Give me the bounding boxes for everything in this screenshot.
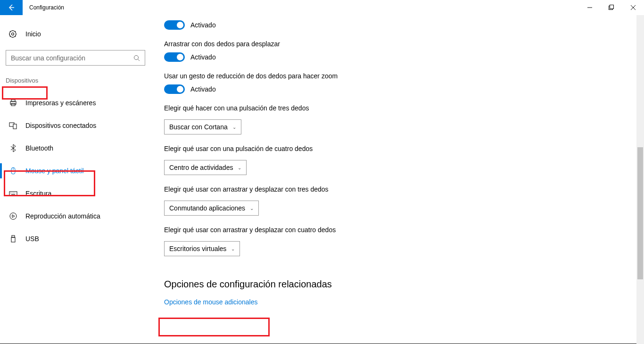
svg-rect-9 — [13, 124, 17, 129]
main-content: Usar una pulsación de dos dedos para cli… — [151, 15, 644, 344]
search-input[interactable] — [11, 54, 133, 62]
setting-label: Elegir qué usar con arrastrar y desplaza… — [164, 185, 635, 193]
sidebar-item-label: Mouse y panel táctil — [25, 167, 84, 175]
maximize-button[interactable] — [601, 0, 622, 15]
toggle-pinch-zoom[interactable] — [164, 84, 185, 94]
dropdown-three-finger-drag[interactable]: Conmutando aplicaciones ⌄ — [164, 201, 259, 216]
sidebar: Inicio Dispositivos Impresoras y escáner… — [0, 15, 151, 344]
sidebar-item-label: USB — [25, 235, 39, 243]
svg-rect-13 — [12, 235, 15, 237]
related-heading: Opciones de configuración relacionadas — [164, 279, 635, 290]
close-button[interactable] — [622, 0, 644, 15]
dropdown-four-finger-drag[interactable]: Escritorios virtuales ⌄ — [164, 241, 240, 256]
window-title: Configuración — [29, 4, 64, 11]
minimize-icon — [587, 5, 592, 10]
dropdown-value: Conmutando aplicaciones — [169, 204, 245, 212]
close-icon — [631, 5, 636, 10]
dropdown-three-finger-tap[interactable]: Buscar con Cortana ⌄ — [164, 119, 241, 134]
svg-rect-6 — [11, 100, 15, 101]
sidebar-item-mouse[interactable]: Mouse y panel táctil — [0, 160, 151, 181]
svg-rect-11 — [9, 192, 17, 196]
svg-point-3 — [12, 33, 14, 35]
titlebar: Configuración — [0, 0, 644, 15]
sidebar-item-label: Impresoras y escáneres — [25, 99, 96, 107]
svg-point-12 — [10, 213, 17, 219]
dropdown-four-finger-tap[interactable]: Centro de actividades ⌄ — [164, 160, 247, 175]
printer-icon — [8, 99, 18, 107]
toggle-two-finger-scroll[interactable] — [164, 52, 185, 62]
sidebar-item-usb[interactable]: USB — [0, 228, 151, 249]
back-button[interactable] — [0, 0, 23, 15]
setting-label: Arrastrar con dos dedos para desplazar — [164, 40, 635, 48]
dropdown-value: Centro de actividades — [169, 164, 233, 171]
autoplay-icon — [8, 212, 18, 220]
scrollbar-thumb[interactable] — [637, 147, 643, 279]
scrollbar[interactable] — [636, 15, 644, 344]
sidebar-item-label: Escritura — [25, 190, 51, 197]
home-label: Inicio — [25, 30, 41, 38]
setting-label-partial: Usar una pulsación de dos dedos para cli… — [164, 15, 635, 17]
svg-point-4 — [134, 55, 139, 59]
bluetooth-icon — [8, 144, 18, 152]
keyboard-icon — [8, 189, 18, 198]
svg-rect-1 — [610, 5, 614, 9]
additional-mouse-options-link[interactable]: Opciones de mouse adicionales — [164, 298, 257, 306]
sidebar-item-label: Bluetooth — [25, 144, 53, 152]
chevron-down-icon: ⌄ — [250, 206, 254, 211]
chevron-down-icon: ⌄ — [238, 165, 241, 170]
maximize-icon — [609, 5, 614, 10]
toggle-state: Activado — [190, 53, 216, 61]
window-controls — [579, 0, 644, 15]
chevron-down-icon: ⌄ — [231, 246, 235, 252]
toggle-state: Activado — [190, 85, 216, 93]
setting-label: Elegir qué hacer con una pulsación de tr… — [164, 104, 635, 112]
home-button[interactable]: Inicio — [0, 24, 151, 44]
sidebar-item-label: Reproducción automática — [25, 212, 100, 220]
sidebar-item-printers[interactable]: Impresoras y escáneres — [0, 92, 151, 113]
devices-icon — [8, 121, 18, 130]
svg-rect-14 — [11, 237, 15, 242]
chevron-down-icon: ⌄ — [232, 125, 236, 130]
sidebar-item-typing[interactable]: Escritura — [0, 183, 151, 204]
setting-label: Elegir qué usar con una pulsación de cua… — [164, 145, 635, 152]
dropdown-value: Buscar con Cortana — [169, 123, 228, 131]
sidebar-item-label: Dispositivos conectados — [25, 122, 96, 129]
home-icon — [8, 30, 18, 38]
category-label: Dispositivos — [6, 75, 38, 86]
arrow-left-icon — [8, 4, 15, 11]
usb-icon — [8, 235, 18, 243]
toggle-two-finger-rightclick[interactable] — [164, 20, 185, 30]
search-icon — [133, 55, 140, 61]
sidebar-item-connected[interactable]: Dispositivos conectados — [0, 115, 151, 136]
mouse-icon — [8, 167, 18, 175]
toggle-state: Activado — [190, 21, 216, 29]
sidebar-item-bluetooth[interactable]: Bluetooth — [0, 138, 151, 159]
svg-point-2 — [9, 31, 16, 37]
sidebar-item-autoplay[interactable]: Reproducción automática — [0, 206, 151, 227]
minimize-button[interactable] — [579, 0, 601, 15]
setting-label: Elegir qué usar con arrastrar y desplaza… — [164, 226, 635, 234]
search-box[interactable] — [6, 50, 145, 66]
dropdown-value: Escritorios virtuales — [169, 245, 226, 252]
setting-label: Usar un gesto de reducción de dos dedos … — [164, 72, 635, 80]
